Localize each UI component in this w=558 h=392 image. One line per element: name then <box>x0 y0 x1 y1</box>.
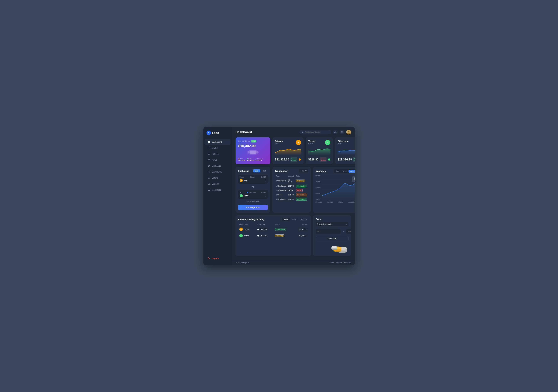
tab-week[interactable]: Week <box>341 170 348 173</box>
search-input[interactable] <box>305 131 329 133</box>
header-right <box>300 130 351 135</box>
to-field: To Ethereum 0.4587 T USDT <box>238 190 268 199</box>
exchange-icon <box>208 165 210 167</box>
sidebar-item-market[interactable]: Market <box>205 145 230 151</box>
sidebar-item-community[interactable]: Community <box>205 169 230 175</box>
dashboard-icon <box>208 141 210 143</box>
from-amount: 0 <box>265 179 266 182</box>
notifications-button[interactable] <box>333 130 338 135</box>
tab-month[interactable]: Month <box>349 170 355 173</box>
coin-tether-value: $2,427.00 <box>247 160 254 162</box>
sidebar-item-dashboard[interactable]: Dashboard <box>205 139 230 145</box>
crypto-card-btc: Bitcoin BTC B <box>272 137 304 164</box>
portfolio-icon <box>208 153 210 155</box>
max-input[interactable] <box>346 229 355 234</box>
svg-point-9 <box>209 178 209 178</box>
page-title: Dashboard <box>235 130 252 134</box>
footer-about[interactable]: About <box>330 262 334 264</box>
tab-weekly[interactable]: Weekly <box>290 218 299 221</box>
tab-monthly[interactable]: Monthly <box>299 218 308 221</box>
min-input[interactable] <box>316 229 340 234</box>
coin-ethereum: Ethereum $1,427.0 <box>256 158 263 162</box>
gear-icon <box>341 131 343 133</box>
logout-icon <box>208 257 210 260</box>
svg-rect-6 <box>208 159 210 161</box>
avatar-image <box>346 130 351 135</box>
from-label: Frome <box>240 176 244 178</box>
sidebar-item-portfolio[interactable]: Potfolio <box>205 151 230 157</box>
btc-logo: B <box>296 140 301 145</box>
search-box[interactable] <box>300 130 331 134</box>
balance-amount: $15,402.00 <box>238 144 267 148</box>
exchange-rate: 1 BTC = $ 22,741.01 <box>238 200 268 202</box>
currency-select[interactable]: $ United state dollar <box>316 222 349 226</box>
btc-change-icon: ! <box>298 158 301 161</box>
settings-button[interactable] <box>340 130 344 135</box>
tooltip-date: Sep 2022, 12 pm <box>354 177 355 179</box>
sidebar-item-setting[interactable]: Setting <box>205 175 230 181</box>
sidebar-item-messages[interactable]: Messages <box>205 187 230 193</box>
exchange-now-button[interactable]: Exchange Now <box>238 205 268 210</box>
svg-rect-11 <box>208 189 210 190</box>
sidebar: A LOGO Dashboard Market Potfolio News Ex… <box>203 127 232 265</box>
chip-visual <box>247 149 259 156</box>
tether-logo: T <box>325 140 330 145</box>
logo-icon: A <box>207 131 211 135</box>
balance-badge: +23% <box>251 140 256 143</box>
sidebar-label-exchange: Exchange <box>212 165 221 167</box>
coin-tether: Tether $2,427.00 <box>247 158 254 162</box>
eth-chart <box>338 146 355 155</box>
bot-row: Recent Trading Activity Today Weekly Mon… <box>235 215 351 256</box>
avatar[interactable] <box>346 130 351 135</box>
sidebar-item-exchange[interactable]: Exchange <box>205 163 230 169</box>
to-separator: To <box>342 229 345 234</box>
calculate-button[interactable]: Catculate <box>316 236 349 241</box>
from-field: Frome Bitcoin 0.4587 B BTC 0 <box>238 175 268 184</box>
tether-change: - 6.75% <box>320 157 327 162</box>
tab-today[interactable]: Today <box>282 218 290 221</box>
svg-text:!: ! <box>299 159 300 161</box>
sidebar-label-messages: Messages <box>212 189 221 191</box>
eth-name: Ethereum <box>338 140 349 143</box>
col-status: Status <box>295 175 308 178</box>
chart-tooltip: Sep 2022, 12 pm $35,567.7 <box>352 176 355 182</box>
btc-chart <box>275 146 301 155</box>
analytics-panel: Analytics Day Week Month Year B BTC <box>313 167 355 213</box>
crypto-card-tether: Tether USDT T <box>306 137 333 164</box>
from-coin-icon: B <box>240 179 243 182</box>
sidebar-label-community: Community <box>212 171 222 173</box>
filter-button[interactable]: Filter <box>299 169 308 172</box>
exchange-arrow <box>238 185 268 189</box>
col-type: Type <box>275 175 287 178</box>
filter-label: Filter <box>301 170 304 172</box>
sidebar-label-news: News <box>212 159 217 161</box>
from-coin-ticker: BTC <box>244 179 248 182</box>
footer-purchase[interactable]: Purchase <box>344 262 351 264</box>
tab-day[interactable]: Day <box>335 170 340 173</box>
footer-support[interactable]: Support <box>336 262 342 264</box>
svg-point-8 <box>209 171 210 172</box>
trade-col-amount: Amount <box>294 223 308 226</box>
sidebar-label-support: Support <box>212 183 219 185</box>
analytics-chart: 50,000 40,000 30,000 20,000 10,000 <box>315 175 355 200</box>
exchange-tabs: Buy Sell <box>253 169 268 172</box>
to-label: To <box>240 192 241 193</box>
logout-button[interactable]: Logout <box>205 256 230 261</box>
transaction-title: Transaction <box>275 170 288 172</box>
messages-icon <box>208 188 210 191</box>
mid-row: Exchange Buy Sell Frome Bitcoin 0.4587 <box>235 167 351 213</box>
sidebar-item-support[interactable]: Support <box>205 181 230 187</box>
svg-rect-1 <box>209 141 210 142</box>
buy-tab[interactable]: Buy <box>253 169 260 172</box>
eth-symbol: ETH <box>338 143 349 144</box>
sell-tab[interactable]: Sell <box>261 169 268 172</box>
analytics-title: Analytics <box>315 170 326 173</box>
balance-coins: BTC $5,427.00 Tether $2,427.00 Ethereum … <box>238 158 267 162</box>
tether-change-icon: ! <box>328 158 330 161</box>
trading-table: Crypto Trade Trade Time Status Amount B … <box>238 223 308 239</box>
to-value: 0.4587 <box>261 192 266 193</box>
sidebar-item-news[interactable]: News <box>205 157 230 163</box>
support-icon <box>208 183 210 185</box>
svg-rect-2 <box>208 142 209 143</box>
eth-change: + 6.75% <box>353 157 355 162</box>
